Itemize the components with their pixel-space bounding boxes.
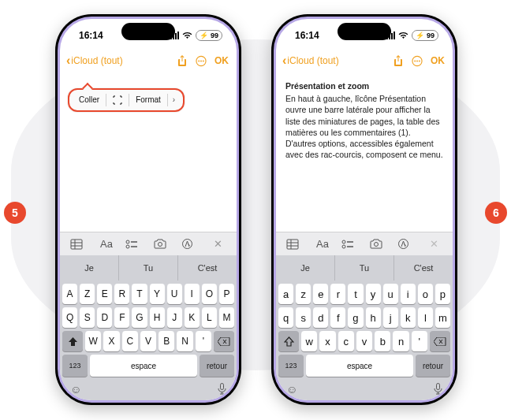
key[interactable]: Q <box>62 307 77 328</box>
share-icon[interactable] <box>177 55 188 66</box>
suggestion-1[interactable]: Je <box>276 255 335 281</box>
note-editor[interactable]: Coller Format › <box>60 72 237 232</box>
key[interactable]: T <box>132 284 147 304</box>
markup-icon[interactable] <box>181 238 199 250</box>
note-editor[interactable]: Présentation et zoom En haut à gauche, l… <box>276 72 453 232</box>
key[interactable]: h <box>366 307 381 328</box>
text-format-button[interactable]: Aa <box>314 238 331 250</box>
key[interactable]: x <box>319 331 335 351</box>
key[interactable]: D <box>97 307 112 328</box>
key[interactable]: U <box>167 284 182 304</box>
key[interactable]: v <box>356 331 372 351</box>
text-format-button[interactable]: Aa <box>98 238 115 250</box>
key[interactable]: j <box>383 307 398 328</box>
suggestion-2[interactable]: Tu <box>335 255 394 281</box>
suggestion-3[interactable]: C'est <box>394 255 453 281</box>
camera-icon[interactable] <box>154 239 171 249</box>
key[interactable]: d <box>313 307 328 328</box>
chevron-right-icon[interactable]: › <box>170 95 178 106</box>
emoji-icon[interactable]: ☺ <box>70 383 81 396</box>
suggestion-3[interactable]: C'est <box>178 255 237 281</box>
space-key[interactable]: espace <box>306 355 413 377</box>
more-icon[interactable] <box>196 55 207 66</box>
camera-icon[interactable] <box>370 239 387 249</box>
key[interactable]: L <box>202 307 217 328</box>
key[interactable]: X <box>103 331 119 351</box>
key[interactable]: a <box>278 284 293 304</box>
key[interactable]: p <box>435 284 450 304</box>
key[interactable]: z <box>296 284 311 304</box>
close-icon[interactable]: ✕ <box>425 238 442 250</box>
ok-button[interactable]: OK <box>214 55 229 66</box>
key[interactable]: l <box>418 307 433 328</box>
key[interactable]: m <box>435 307 450 328</box>
share-icon[interactable] <box>393 55 404 66</box>
key[interactable]: f <box>330 307 345 328</box>
key[interactable]: Y <box>150 284 165 304</box>
key[interactable]: N <box>177 331 192 351</box>
table-icon[interactable] <box>70 239 88 250</box>
key[interactable]: R <box>114 284 129 304</box>
key[interactable]: W <box>85 331 101 351</box>
suggestion-1[interactable]: Je <box>60 255 119 281</box>
key[interactable]: G <box>132 307 147 328</box>
key[interactable]: s <box>296 307 311 328</box>
key[interactable]: e <box>313 284 328 304</box>
paste-menu-item[interactable]: Coller <box>74 95 104 106</box>
numbers-key[interactable]: 123 <box>62 355 88 377</box>
key[interactable]: n <box>393 331 408 351</box>
shift-key[interactable] <box>62 331 83 351</box>
return-key[interactable]: retour <box>416 355 450 377</box>
key[interactable]: k <box>401 307 416 328</box>
key[interactable]: ' <box>196 331 211 351</box>
key[interactable]: Z <box>80 284 95 304</box>
mic-icon[interactable] <box>218 383 226 396</box>
key[interactable]: J <box>167 307 182 328</box>
key[interactable]: i <box>401 284 416 304</box>
return-key[interactable]: retour <box>200 355 234 377</box>
key[interactable]: O <box>202 284 217 304</box>
key[interactable]: A <box>62 284 77 304</box>
key[interactable]: B <box>159 331 174 351</box>
space-key[interactable]: espace <box>90 355 197 377</box>
key[interactable]: ' <box>412 331 427 351</box>
key[interactable]: r <box>330 284 345 304</box>
key[interactable]: I <box>185 284 200 304</box>
back-button[interactable]: ‹ iCloud (tout) <box>282 54 339 68</box>
shift-key[interactable] <box>278 331 299 351</box>
key[interactable]: o <box>418 284 433 304</box>
mic-icon[interactable] <box>434 383 442 396</box>
format-menu-item[interactable]: Format <box>131 95 166 106</box>
markup-icon[interactable] <box>397 238 415 250</box>
table-icon[interactable] <box>286 239 304 250</box>
more-icon[interactable] <box>412 55 423 66</box>
emoji-icon[interactable]: ☺ <box>286 383 297 396</box>
key[interactable]: M <box>219 307 234 328</box>
key[interactable]: q <box>278 307 293 328</box>
key[interactable]: c <box>338 331 354 351</box>
key[interactable]: t <box>348 284 363 304</box>
checklist-icon[interactable] <box>125 239 143 250</box>
delete-key[interactable] <box>430 331 450 351</box>
numbers-key[interactable]: 123 <box>278 355 304 377</box>
key[interactable]: E <box>97 284 112 304</box>
scan-icon[interactable] <box>108 95 127 105</box>
delete-key[interactable] <box>214 331 234 351</box>
key[interactable]: u <box>383 284 398 304</box>
suggestion-2[interactable]: Tu <box>119 255 178 281</box>
key[interactable]: K <box>185 307 200 328</box>
ok-button[interactable]: OK <box>431 55 445 66</box>
key[interactable]: H <box>150 307 165 328</box>
key[interactable]: y <box>366 284 381 304</box>
key[interactable]: w <box>301 331 317 351</box>
key[interactable]: P <box>219 284 234 304</box>
key[interactable]: V <box>140 331 156 351</box>
close-icon[interactable]: ✕ <box>209 238 226 250</box>
key[interactable]: C <box>122 331 138 351</box>
back-button[interactable]: ‹ iCloud (tout) <box>66 54 123 68</box>
key[interactable]: g <box>348 307 363 328</box>
key[interactable]: b <box>375 331 390 351</box>
key[interactable]: F <box>114 307 129 328</box>
checklist-icon[interactable] <box>341 239 359 250</box>
key[interactable]: S <box>80 307 95 328</box>
